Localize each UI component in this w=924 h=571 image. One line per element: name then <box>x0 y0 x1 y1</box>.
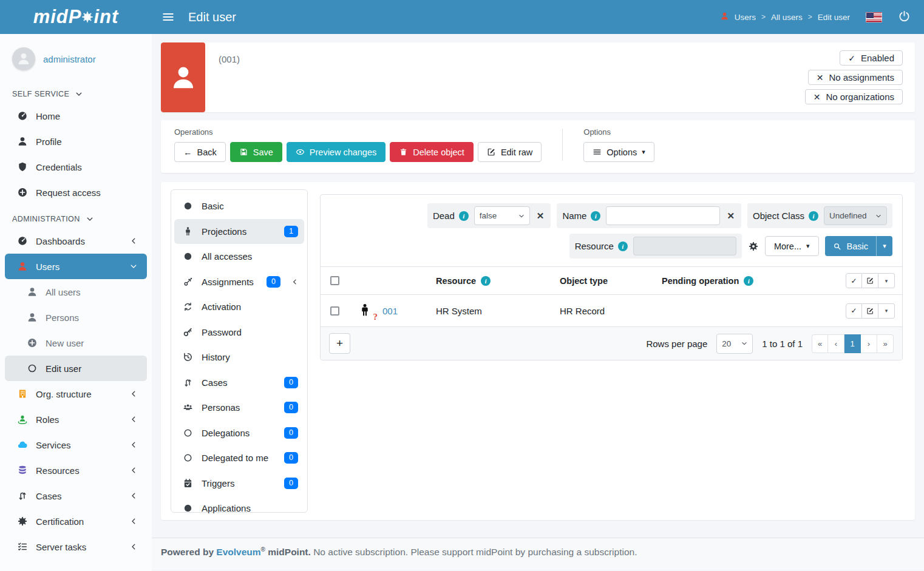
row-actions-menu-button[interactable]: ▾ <box>878 303 895 319</box>
sidebar-item-org-structure[interactable]: Org. structure <box>5 381 147 407</box>
tab-password[interactable]: Password <box>174 320 304 345</box>
page-prev-button[interactable]: ‹ <box>828 334 844 353</box>
tab-all-accesses[interactable]: All accesses <box>174 244 304 269</box>
sync-icon <box>183 302 193 312</box>
tasks-icon <box>17 541 28 552</box>
tab-projections[interactable]: Projections 1 <box>174 219 304 245</box>
preview-changes-button[interactable]: Preview changes <box>287 142 386 162</box>
edit-raw-button[interactable]: Edit raw <box>478 142 542 162</box>
top-header: midP int Edit user Users > All users > E… <box>0 0 924 34</box>
edit-all-button[interactable] <box>862 273 878 288</box>
evolveum-link[interactable]: Evolveum <box>216 547 260 557</box>
projection-name-link[interactable]: 001 <box>382 306 398 316</box>
row-enable-button[interactable]: ✓ <box>846 303 862 319</box>
add-projection-button[interactable]: + <box>329 333 350 354</box>
delete-object-button[interactable]: Delete object <box>390 142 474 162</box>
tab-activation[interactable]: Activation <box>174 294 304 320</box>
name-filter-input[interactable] <box>606 206 720 225</box>
basic-search-button[interactable]: Basic <box>825 236 876 256</box>
breadcrumb-all-users[interactable]: All users <box>771 13 803 22</box>
sidebar-item-certification[interactable]: Certification <box>5 508 147 534</box>
save-icon <box>239 147 248 157</box>
clear-name-button[interactable]: ✕ <box>725 211 736 221</box>
sidebar-item-persons[interactable]: Persons <box>5 305 147 330</box>
info-icon[interactable]: i <box>744 276 753 286</box>
info-icon[interactable]: i <box>809 211 818 221</box>
page-first-button[interactable]: « <box>812 334 828 353</box>
header-actions-group: ✓ ▾ <box>846 273 895 288</box>
page-last-button[interactable]: » <box>877 334 894 353</box>
logo-gear-icon <box>81 10 94 24</box>
certificate-icon <box>17 516 28 527</box>
section-administration[interactable]: ADMINISTRATION <box>0 205 152 228</box>
sidebar-item-resources[interactable]: Resources <box>5 458 147 483</box>
tab-delegated-to-me[interactable]: Delegated to me 0 <box>174 445 304 471</box>
rows-per-page-select[interactable]: 20 <box>716 334 753 354</box>
section-self-service[interactable]: SELF SERVICE <box>0 80 152 103</box>
sidebar-item-server-tasks[interactable]: Server tasks <box>5 534 147 559</box>
projection-search-bar: Deadi false ✕ Namei ✕ Object Classi <box>321 195 902 266</box>
breadcrumb-users[interactable]: Users <box>735 13 756 22</box>
page-next-button[interactable]: › <box>861 334 877 353</box>
row-edit-button[interactable] <box>862 303 878 319</box>
sidebar-item-cases[interactable]: Cases <box>5 483 147 508</box>
sidebar-item-request-access[interactable]: Request access <box>5 180 147 205</box>
info-icon[interactable]: i <box>481 276 491 286</box>
username-link[interactable]: administrator <box>43 54 96 64</box>
sidebar-item-credentials[interactable]: Credentials <box>5 154 147 180</box>
user-photo-placeholder <box>161 42 205 112</box>
page-1-button[interactable]: 1 <box>844 334 861 353</box>
tab-applications[interactable]: Applications <box>174 496 304 521</box>
database-icon <box>17 465 28 476</box>
sidebar-item-new-user[interactable]: New user <box>5 330 147 356</box>
save-button[interactable]: Save <box>230 142 282 162</box>
sidebar-item-users[interactable]: Users <box>5 254 147 279</box>
tab-personas[interactable]: Personas 0 <box>174 395 304 421</box>
more-filters-button[interactable]: More... ▾ <box>765 236 819 256</box>
sidebar-item-all-users[interactable]: All users <box>5 279 147 305</box>
header-actions-menu-button[interactable]: ▾ <box>878 273 895 288</box>
app-logo[interactable]: midP int <box>0 0 152 34</box>
tab-assignments[interactable]: Assignments 0 <box>174 269 304 295</box>
sidebar-item-home[interactable]: Home <box>5 103 147 129</box>
enable-all-button[interactable]: ✓ <box>846 273 862 288</box>
breadcrumb-separator: > <box>761 13 766 21</box>
operations-toolbar: Operations ← Back Save Preview changes D… <box>161 120 915 173</box>
x-icon: ✕ <box>814 92 821 102</box>
tab-history[interactable]: History <box>174 345 304 370</box>
select-all-checkbox[interactable] <box>330 276 339 285</box>
tab-count-badge: 1 <box>284 226 298 237</box>
search-settings-gear-icon[interactable] <box>748 241 759 252</box>
options-dropdown-button[interactable]: Options ▾ <box>583 142 654 162</box>
logout-power-icon[interactable] <box>898 10 911 24</box>
info-icon[interactable]: i <box>618 242 628 251</box>
menu-toggle-icon[interactable] <box>161 10 175 24</box>
dashboard-icon <box>17 235 28 246</box>
search-mode-caret[interactable]: ▾ <box>876 236 892 256</box>
back-button[interactable]: ← Back <box>174 142 226 162</box>
projection-user-icon: ? <box>358 302 373 320</box>
locale-flag-us[interactable] <box>866 12 882 22</box>
eye-icon <box>296 147 305 157</box>
object-type-cell: HR Record <box>560 306 662 316</box>
tab-cases[interactable]: Cases 0 <box>174 370 304 396</box>
resource-filter-input <box>633 237 736 255</box>
tab-basic[interactable]: Basic <box>174 194 304 219</box>
assignment-icon <box>183 277 193 287</box>
logo-text-prefix: midP <box>33 6 82 28</box>
male-icon <box>183 226 193 237</box>
user-icon <box>27 312 38 323</box>
info-icon[interactable]: i <box>591 211 600 221</box>
info-icon[interactable]: i <box>459 211 469 221</box>
tab-triggers[interactable]: Triggers 0 <box>174 471 304 496</box>
sidebar-item-dashboards[interactable]: Dashboards <box>5 228 147 254</box>
details-tabs-panel: Basic Projections 1 All accesses Assignm… <box>171 189 308 513</box>
sidebar-item-roles[interactable]: Roles <box>5 407 147 432</box>
sidebar-item-edit-user[interactable]: Edit user <box>5 356 147 381</box>
sidebar-item-profile[interactable]: Profile <box>5 129 147 154</box>
dead-select[interactable]: false <box>474 206 530 225</box>
clear-dead-button[interactable]: ✕ <box>535 211 546 221</box>
row-checkbox[interactable] <box>330 306 339 316</box>
sidebar-item-services[interactable]: Services <box>5 432 147 458</box>
tab-delegations[interactable]: Delegations 0 <box>174 421 304 446</box>
